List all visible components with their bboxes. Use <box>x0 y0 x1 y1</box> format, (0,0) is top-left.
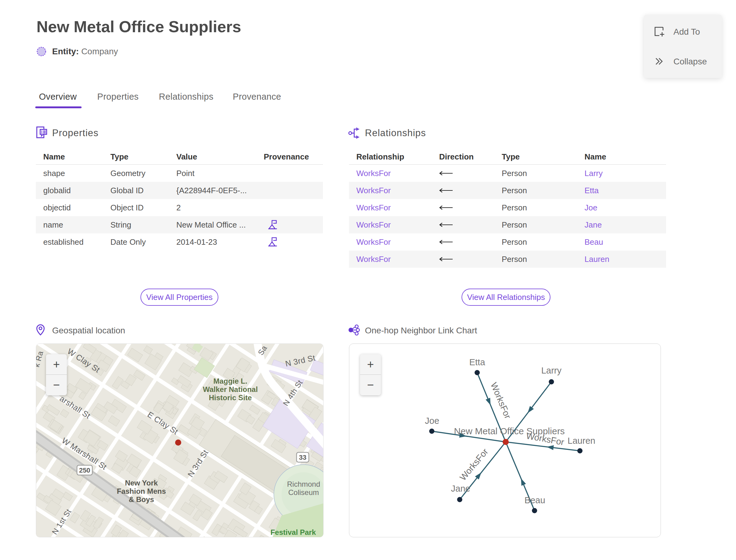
svg-text:33: 33 <box>299 454 306 461</box>
svg-text:Beau: Beau <box>524 495 545 505</box>
svg-text:Lauren: Lauren <box>568 436 595 446</box>
svg-text:Joe: Joe <box>425 416 439 426</box>
svg-text:WorksFor: WorksFor <box>458 447 490 482</box>
svg-text:Festival Park: Festival Park <box>270 528 316 536</box>
svg-text:250: 250 <box>79 466 90 474</box>
svg-text:RichmondColiseum: RichmondColiseum <box>287 480 320 497</box>
svg-text:Larry: Larry <box>541 366 562 375</box>
svg-text:Etta: Etta <box>469 357 485 367</box>
svg-text:Jane: Jane <box>451 484 470 493</box>
svg-text:WorksFor: WorksFor <box>489 381 513 420</box>
